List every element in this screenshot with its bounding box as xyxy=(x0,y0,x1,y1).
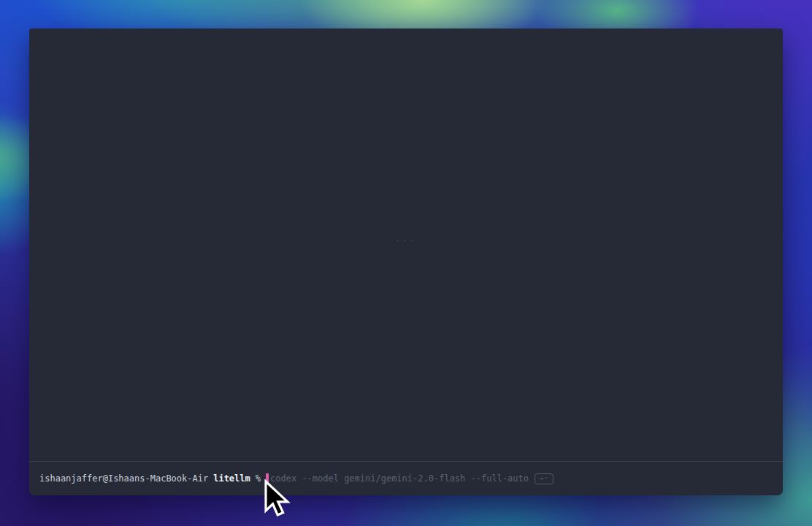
prompt-user-host: ishaanjaffer@Ishaans-MacBook-Air xyxy=(39,473,208,484)
terminal-output-area: ··· xyxy=(29,28,783,461)
prompt-directory: litellm xyxy=(213,473,250,484)
tab-accept-hint-badge: →· xyxy=(535,473,554,484)
terminal-window[interactable]: ··· ishaanjaffer@Ishaans-MacBook-Air lit… xyxy=(29,28,783,495)
mouse-pointer-icon xyxy=(264,479,291,520)
prompt-line[interactable]: ishaanjaffer@Ishaans-MacBook-Air litellm… xyxy=(29,462,783,495)
loading-indicator: ··· xyxy=(29,236,783,245)
autosuggestion-text: codex --model gemini/gemini-2.0-flash --… xyxy=(270,473,529,484)
prompt-symbol: % xyxy=(256,473,261,484)
